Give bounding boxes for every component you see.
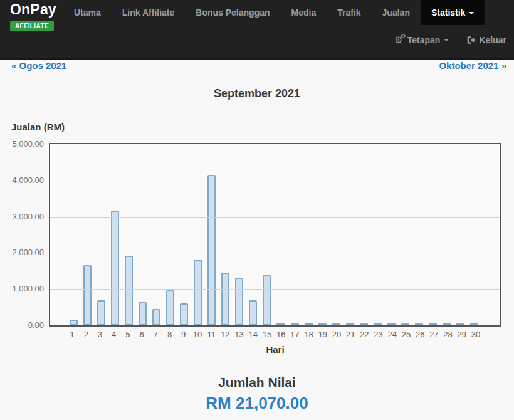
prev-month-link[interactable]: « Ogos 2021 [11, 60, 66, 71]
gears-icon: ⚙⚙ [394, 35, 402, 45]
tetapan-label: Tetapan [407, 35, 441, 45]
top-navbar: OnPay AFFILIATE UtamaLink AffiliateBonus… [0, 0, 514, 60]
x-tick-label: 19 [316, 330, 330, 339]
bar-column [219, 144, 233, 325]
bar-column [468, 144, 481, 325]
gridline [50, 181, 500, 181]
caret-down-icon [469, 12, 474, 14]
x-tick-label: 10 [191, 330, 204, 339]
nav-item-label: Bonus Pelanggan [196, 8, 270, 18]
x-tick-label: 29 [455, 330, 469, 339]
bar-column [246, 144, 260, 325]
bar-day-27 [429, 323, 437, 325]
x-tick-label: 14 [246, 330, 260, 339]
bar-column [66, 144, 80, 325]
nav-item-bonus-pelanggan[interactable]: Bonus Pelanggan [185, 0, 280, 25]
gridline [50, 289, 500, 290]
bar-day-3 [97, 300, 105, 325]
bar-column [329, 144, 343, 325]
bar-day-7 [152, 309, 160, 325]
bar-column [357, 144, 370, 325]
x-tick-label: 12 [218, 330, 232, 339]
x-tick-label: 24 [386, 330, 399, 339]
bar-day-12 [221, 273, 229, 325]
bar-column [163, 144, 177, 325]
bar-column [177, 144, 191, 325]
bar-column [440, 144, 454, 325]
bar-column [149, 144, 163, 325]
bar-column [260, 144, 274, 325]
bar-column [135, 144, 149, 325]
nav-item-label: Link Affiliate [122, 8, 175, 18]
nav-item-label: Trafik [337, 8, 360, 18]
bar-day-17 [291, 323, 299, 325]
bar-day-28 [443, 323, 451, 325]
x-tick-label: 25 [399, 330, 413, 339]
x-tick-label: 27 [427, 330, 441, 339]
x-tick-label: 3 [93, 330, 107, 339]
y-axis-title: Jualan (RM) [11, 122, 65, 132]
x-tick-label: 13 [232, 330, 246, 339]
bar-column [122, 144, 135, 325]
bar-day-23 [374, 323, 382, 325]
x-axis-title: Hari [49, 344, 501, 355]
bar-column [399, 144, 412, 325]
bar-column [233, 144, 246, 325]
bar-day-29 [456, 323, 464, 325]
bar-day-5 [125, 256, 133, 325]
summary-total-value: RM 21,070.00 [0, 394, 514, 413]
page: OnPay AFFILIATE UtamaLink AffiliateBonus… [0, 0, 514, 420]
bar-day-25 [401, 323, 409, 325]
x-tick-label: 9 [177, 330, 191, 339]
nav-item-media[interactable]: Media [281, 0, 327, 25]
bar-day-4 [111, 211, 119, 325]
nav-item-label: Utama [74, 8, 101, 18]
bar-day-16 [276, 323, 285, 325]
bar-column [302, 144, 315, 325]
bar-day-14 [249, 300, 257, 325]
y-tick-label: 2,000.00 [0, 248, 44, 257]
nav-item-utama[interactable]: Utama [63, 0, 112, 25]
bar-column [384, 144, 398, 325]
bar-column [454, 144, 468, 325]
y-tick-label: 0.00 [0, 320, 44, 330]
bar-column [315, 144, 329, 325]
x-tick-label: 2 [79, 330, 93, 339]
bar-day-8 [166, 290, 174, 325]
x-tick-label: 8 [162, 330, 176, 339]
bar-day-26 [415, 323, 423, 325]
brand-logo[interactable]: OnPay [10, 1, 56, 18]
bar-column [205, 144, 219, 325]
bar-day-19 [318, 323, 327, 325]
bar-day-24 [387, 323, 396, 325]
nav-item-label: Jualan [382, 8, 410, 18]
bar-day-30 [470, 323, 478, 325]
nav-item-trafik[interactable]: Trafik [327, 0, 371, 25]
bar-day-22 [360, 323, 368, 325]
gridline [50, 253, 500, 253]
tetapan-menu[interactable]: ⚙⚙ Tetapan [394, 35, 449, 45]
nav-item-statistik[interactable]: Statistik [421, 0, 485, 25]
x-tick-label: 16 [274, 330, 288, 339]
bar-column [191, 144, 205, 325]
keluar-link[interactable]: Keluar [466, 35, 506, 45]
bars [50, 144, 500, 325]
bar-column [288, 144, 302, 325]
bar-column [412, 144, 426, 325]
y-tick-label: 1,000.00 [0, 284, 44, 293]
caret-down-icon [444, 39, 449, 41]
main-nav: UtamaLink AffiliateBonus PelangganMediaT… [63, 0, 485, 25]
x-tick-label: 4 [107, 330, 121, 339]
x-tick-label: 1 [65, 330, 79, 339]
keluar-label: Keluar [479, 35, 506, 45]
y-tick-label: 5,000.00 [0, 139, 44, 149]
gridline [50, 217, 500, 218]
next-month-link[interactable]: Oktober 2021 » [439, 60, 506, 71]
x-tick-label: 11 [204, 330, 218, 339]
y-tick-label: 4,000.00 [0, 176, 44, 185]
bar-column [108, 144, 122, 325]
nav-item-link-affiliate[interactable]: Link Affiliate [112, 0, 186, 25]
nav-item-jualan[interactable]: Jualan [372, 0, 421, 25]
nav-item-label: Media [291, 8, 317, 18]
bar-day-15 [263, 275, 271, 325]
